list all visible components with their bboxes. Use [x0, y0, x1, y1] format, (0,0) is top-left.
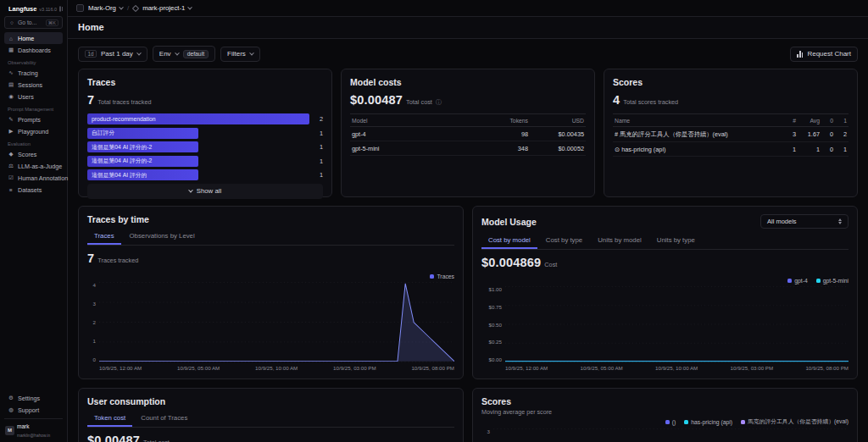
axis-tick: 10/9/25, 03:00 PM [333, 365, 376, 371]
org-name: Mark-Org [88, 4, 116, 12]
date-range-badge: 1d [85, 50, 97, 58]
play-icon: ▶ [8, 128, 14, 135]
sidebar-item-playground[interactable]: ▶ Playground [4, 125, 63, 137]
scores-header: Name # Avg 0 1 [613, 113, 849, 127]
legend-dot-icon [787, 279, 792, 283]
table-row[interactable]: ⊙ has-pricing (api) 1 1 0 1 [613, 142, 849, 157]
table-row[interactable]: gpt-4 98 $0.00435 [350, 127, 586, 141]
project-icon [132, 4, 139, 11]
sidebar-item-prompts[interactable]: ✎ Prompts [4, 113, 63, 125]
sidebar-item-dashboards[interactable]: ▦ Dashboards [4, 44, 63, 56]
trace-name: 這個是第04 AI 評分的-2 [87, 143, 156, 152]
trace-name: 這個是第04 AI 評分的-2 [87, 157, 156, 165]
trace-name: 自訂評分 [87, 129, 119, 137]
user-email: marklin@hahow.in [17, 434, 50, 438]
traces-line-chart[interactable] [99, 282, 454, 362]
card-title: User consumption [87, 396, 454, 406]
topbar: Mark-Org / mark-project-1 [68, 0, 868, 17]
trace-bar-row[interactable]: 自訂評分 1 [87, 128, 323, 139]
tab-cost-by-model[interactable]: Cost by model [481, 234, 537, 249]
breadcrumb-separator: / [127, 4, 129, 12]
sidebar-item-sessions[interactable]: ▤ Sessions [4, 79, 63, 91]
org-switcher[interactable]: Mark-Org [88, 4, 123, 12]
trace-count: 1 [315, 171, 323, 179]
tab-cost-by-type[interactable]: Cost by type [539, 234, 589, 249]
traces-count-label: Total traces tracked [97, 98, 151, 106]
legend-item[interactable]: has-pricing (api) [684, 419, 732, 425]
sidebar-item-scores[interactable]: ◆ Scores [4, 148, 63, 160]
trace-bar-row[interactable]: 這個是第04 AI 評分的-2 1 [87, 141, 323, 152]
sidebar-item-label: Home [18, 35, 34, 42]
col-avg: Avg [796, 118, 820, 124]
legend-item[interactable]: Traces [430, 273, 454, 279]
trace-count: 1 [315, 157, 323, 165]
model-usd: $0.00435 [528, 130, 584, 138]
home-icon: ⌂ [8, 36, 14, 41]
axis-tick: 10/9/25, 08:00 PM [411, 365, 454, 371]
tab-count-of-traces[interactable]: Count of Traces [134, 412, 194, 427]
trace-count: 2 [315, 115, 323, 123]
env-filter-button[interactable]: Env default [153, 46, 215, 62]
date-range-label: Past 1 day [101, 50, 133, 58]
legend-dot-icon [665, 420, 670, 424]
tab-traces[interactable]: Traces [87, 229, 121, 245]
axis-tick: 1 [93, 338, 96, 344]
sidebar-item-label: Settings [18, 395, 40, 402]
chart-legend: gpt-4gpt-5-mini [481, 278, 849, 284]
tab-units-by-type[interactable]: Units by type [650, 234, 702, 249]
model-costs-total: $0.00487 Total cost ⓘ [350, 93, 586, 107]
sidebar-item-settings[interactable]: ⚙ Settings [4, 392, 63, 404]
legend-dot-icon [430, 274, 434, 279]
sidebar-item-users[interactable]: ◉ Users [4, 91, 63, 102]
trace-bar-row[interactable]: product-recommendation 2 [87, 113, 323, 124]
sidebar-item-label: Sessions [18, 81, 42, 89]
info-icon[interactable]: ⓘ [436, 98, 442, 107]
legend-item[interactable]: gpt-4 [787, 278, 808, 284]
tab-observations-by-level[interactable]: Observations by Level [123, 229, 202, 245]
col-name: Name [615, 118, 779, 124]
scores-total: 4 Total scores tracked [613, 93, 849, 107]
section-title-observability: Observability [8, 60, 59, 65]
goto-search-button[interactable]: ○ Go to... ⌘K [4, 16, 63, 29]
tab-token-cost[interactable]: Token cost [87, 412, 132, 427]
scores-line-chart[interactable] [493, 428, 849, 442]
sidebar-collapse-icon[interactable] [59, 6, 61, 12]
section-title-prompt-management: Prompt Management [8, 107, 59, 112]
sidebar-item-label: Scores [18, 151, 36, 158]
request-chart-button[interactable]: Request Chart [790, 47, 858, 62]
traces-count: 7 [87, 93, 94, 107]
score-zero: 0 [820, 130, 833, 138]
show-all-button[interactable]: Show all [87, 184, 323, 199]
axis-tick: 10/9/25, 08:00 PM [805, 365, 849, 371]
table-row[interactable]: # 馬克的評分工具人（你是否持續）(eval) 3 1.67 0 2 [613, 127, 849, 142]
legend-item[interactable]: gpt-5-mini [816, 278, 849, 284]
sidebar-item-datasets[interactable]: ≡ Datasets [4, 184, 63, 196]
axis-tick: 10/9/25, 05:00 AM [177, 365, 220, 371]
trace-bar-row[interactable]: 這個是第04 AI 評分的 1 [87, 169, 323, 180]
sidebar-item-support[interactable]: ◍ Support [4, 404, 63, 416]
legend-item[interactable]: 馬克的評分工具人（你是否持續）(eval) [741, 417, 849, 426]
axis-tick: 10/9/25, 05:00 AM [581, 365, 623, 371]
legend-item[interactable]: () [665, 419, 676, 425]
filters-button[interactable]: Filters [220, 47, 260, 62]
sidebar-item-llm-as-a-judge[interactable]: ⚖ LLM-as-a-Judge [4, 160, 63, 172]
table-row[interactable]: gpt-5-mini 348 $0.00052 [350, 141, 586, 156]
axis-tick: $0.50 [489, 322, 502, 328]
tab-units-by-model[interactable]: Units by model [591, 234, 648, 249]
sidebar-item-tracing[interactable]: ∿ Tracing [4, 67, 63, 79]
sidebar-item-home[interactable]: ⌂ Home [4, 32, 63, 44]
user-consumption-tabs: Token cost Count of Traces [87, 412, 454, 428]
project-switcher[interactable]: mark-project-1 [142, 4, 192, 12]
select-updown-icon [838, 218, 842, 225]
axis-tick: 2 [93, 319, 96, 325]
filter-toolbar: 1d Past 1 day Env default Filters Reques… [68, 39, 868, 69]
brand-name: Langfuse [8, 5, 36, 13]
sidebar-item-human-annotation[interactable]: ☑ Human Annotation [4, 172, 63, 184]
model-filter-select[interactable]: All models [760, 214, 849, 229]
trace-bar-row[interactable]: 這個是第04 AI 評分的-2 1 [87, 156, 323, 167]
model-usage-line-chart[interactable] [505, 286, 849, 362]
scores-icon: ◆ [8, 151, 14, 157]
user-menu[interactable]: M mark marklin@hahow.in [4, 418, 63, 439]
date-range-button[interactable]: 1d Past 1 day [78, 47, 147, 62]
legend-label: has-pricing (api) [691, 419, 732, 425]
